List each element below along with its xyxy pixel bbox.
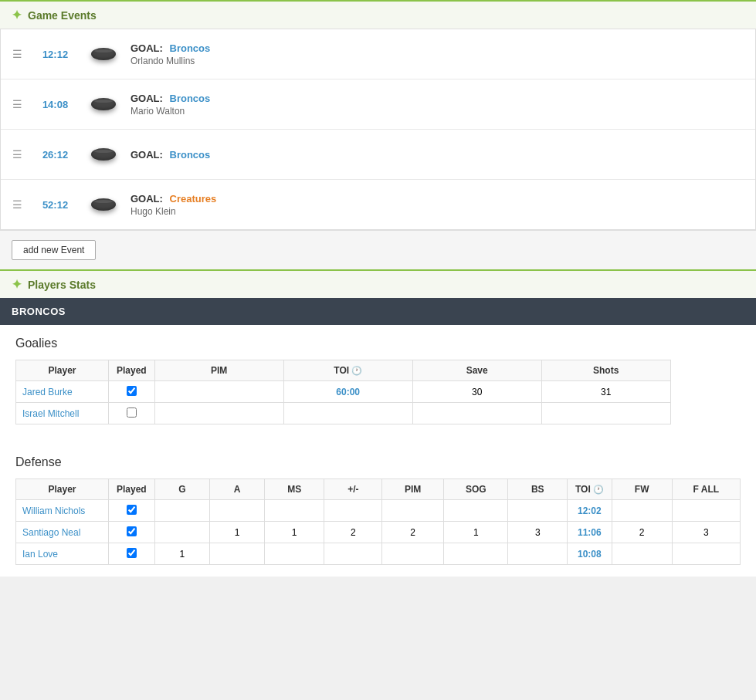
played-cell[interactable] — [109, 522, 155, 543]
save-input[interactable] — [419, 387, 535, 397]
a-input[interactable] — [216, 527, 258, 538]
ms-input[interactable] — [271, 527, 317, 538]
players-stats-title: Players Stats — [28, 279, 96, 291]
fw-cell[interactable] — [612, 522, 672, 543]
fw-input[interactable] — [619, 549, 666, 560]
event-team: Broncos — [170, 93, 211, 104]
toi-input[interactable] — [290, 408, 406, 419]
plus_minus-cell[interactable] — [324, 522, 382, 543]
played-checkbox[interactable] — [127, 548, 137, 558]
player-name-cell: Ian Love — [16, 543, 109, 565]
pim-cell[interactable] — [382, 500, 444, 522]
f_all-input[interactable] — [679, 506, 734, 516]
event-time: 52:12 — [34, 199, 76, 211]
plus_minus-cell[interactable] — [324, 500, 382, 522]
pim-cell[interactable] — [154, 381, 283, 403]
player-name-cell: Israel Mitchell — [16, 403, 109, 424]
a-input[interactable] — [216, 506, 258, 516]
bs-input[interactable] — [514, 527, 560, 538]
g-cell[interactable] — [154, 543, 209, 565]
fw-cell[interactable] — [612, 500, 672, 522]
save-cell[interactable] — [412, 381, 541, 403]
event-time: 12:12 — [34, 49, 76, 60]
sog-input[interactable] — [450, 549, 501, 560]
ms-input[interactable] — [271, 506, 317, 516]
toi-cell: 12:02 — [567, 500, 612, 522]
pim-cell[interactable] — [154, 403, 283, 424]
goalies-col-header: Shots — [541, 360, 670, 381]
shots-cell[interactable] — [541, 403, 670, 424]
f_all-cell[interactable] — [672, 543, 740, 565]
ms-cell[interactable] — [264, 543, 324, 565]
fw-input[interactable] — [619, 527, 666, 538]
plus_minus-input[interactable] — [331, 549, 375, 560]
bs-cell[interactable] — [508, 500, 567, 522]
played-cell[interactable] — [109, 381, 155, 403]
played-checkbox[interactable] — [127, 386, 137, 396]
played-cell[interactable] — [109, 543, 155, 565]
pim-cell[interactable] — [382, 543, 444, 565]
sog-input[interactable] — [450, 506, 501, 516]
shots-input[interactable] — [548, 387, 664, 397]
pim-input[interactable] — [388, 549, 437, 560]
fw-cell[interactable] — [612, 543, 672, 565]
g-cell[interactable] — [154, 500, 209, 522]
a-cell[interactable] — [210, 522, 265, 543]
g-input[interactable] — [161, 549, 203, 560]
pim-input[interactable] — [161, 387, 277, 397]
ms-input[interactable] — [271, 549, 317, 560]
played-cell[interactable] — [109, 403, 155, 424]
defense-row: Ian Love10:08 — [16, 543, 741, 565]
ms-cell[interactable] — [264, 500, 324, 522]
plus_minus-input[interactable] — [331, 506, 375, 516]
event-menu-icon[interactable]: ☰ — [12, 148, 22, 161]
g-input[interactable] — [161, 527, 203, 538]
ms-cell[interactable] — [264, 522, 324, 543]
played-checkbox[interactable] — [127, 526, 137, 536]
event-menu-icon[interactable]: ☰ — [12, 198, 22, 211]
a-cell[interactable] — [210, 500, 265, 522]
bs-input[interactable] — [514, 549, 560, 560]
event-team: Creatures — [170, 193, 217, 205]
plus_minus-cell[interactable] — [324, 543, 382, 565]
plus_minus-input[interactable] — [331, 527, 375, 538]
event-menu-icon[interactable]: ☰ — [12, 48, 22, 60]
shots-input[interactable] — [548, 408, 664, 419]
a-cell[interactable] — [210, 543, 265, 565]
add-event-button[interactable]: add new Event — [12, 240, 96, 260]
puck-icon — [88, 89, 119, 120]
f_all-input[interactable] — [679, 527, 734, 538]
pim-cell[interactable] — [382, 522, 444, 543]
pim-input[interactable] — [161, 408, 277, 419]
goalies-table: PlayerPlayedPIMTOI 🕐SaveShots Jared Burk… — [15, 360, 671, 424]
game-events-header: ✦ Game Events — [0, 0, 756, 29]
played-cell[interactable] — [109, 500, 155, 522]
sog-cell[interactable] — [444, 500, 508, 522]
fw-input[interactable] — [619, 506, 666, 516]
played-checkbox[interactable] — [127, 505, 137, 515]
bs-cell[interactable] — [508, 543, 567, 565]
f_all-cell[interactable] — [672, 500, 740, 522]
defense-table: PlayerPlayedGAMS+/-PIMSOGBSTOI 🕐FWF ALL … — [15, 479, 741, 565]
sog-cell[interactable] — [444, 543, 508, 565]
played-checkbox[interactable] — [127, 407, 137, 418]
f_all-input[interactable] — [679, 549, 734, 560]
event-row: ☰ 12:12 GOAL: Broncos Orlando Mullins — [1, 29, 755, 79]
f_all-cell[interactable] — [672, 522, 740, 543]
g-input[interactable] — [161, 506, 203, 516]
event-menu-icon[interactable]: ☰ — [12, 98, 22, 110]
g-cell[interactable] — [154, 522, 209, 543]
pim-input[interactable] — [388, 506, 437, 516]
pim-input[interactable] — [388, 527, 437, 538]
save-input[interactable] — [419, 408, 535, 419]
shots-cell[interactable] — [541, 381, 670, 403]
save-cell[interactable] — [412, 403, 541, 424]
event-player: Mario Walton — [131, 106, 744, 117]
toi-cell[interactable] — [283, 403, 412, 424]
bs-cell[interactable] — [508, 522, 567, 543]
goalie-row: Israel Mitchell — [16, 403, 671, 424]
a-input[interactable] — [216, 549, 258, 560]
sog-cell[interactable] — [444, 522, 508, 543]
bs-input[interactable] — [514, 506, 560, 516]
sog-input[interactable] — [450, 527, 501, 538]
